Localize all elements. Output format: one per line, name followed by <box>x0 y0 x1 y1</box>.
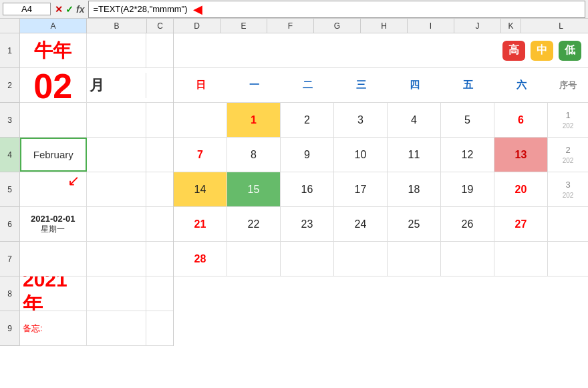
col-header-l[interactable]: L <box>521 19 588 33</box>
row-num-4: 4 <box>0 138 19 172</box>
cell-c1[interactable] <box>146 33 173 67</box>
day-5[interactable]: 5 <box>441 103 494 137</box>
day-19[interactable]: 19 <box>441 172 494 206</box>
row-3 <box>20 103 173 138</box>
cell-c2[interactable] <box>146 83 173 88</box>
cancel-icon[interactable]: ✕ <box>55 4 63 15</box>
day-header-fri: 五 <box>441 79 494 91</box>
day-empty-5-7 <box>494 242 548 276</box>
cell-b1[interactable] <box>87 33 147 67</box>
cell-a1[interactable]: 牛年 <box>20 33 87 67</box>
day-10[interactable]: 10 <box>334 138 388 172</box>
cell-b7[interactable] <box>87 242 147 276</box>
day-25[interactable]: 25 <box>388 207 441 241</box>
col-header-d[interactable]: D <box>174 19 220 33</box>
day-7[interactable]: 7 <box>174 138 227 172</box>
cell-a8[interactable]: 2021年 <box>20 276 87 311</box>
cell-b2[interactable]: 月 <box>87 73 147 98</box>
main-grid: 1 2 3 4 5 6 7 8 9 牛年 02 月 <box>0 33 588 346</box>
col-header-e[interactable]: E <box>220 19 267 33</box>
day-9[interactable]: 9 <box>281 138 334 172</box>
cell-a2[interactable]: 02 <box>20 66 87 105</box>
col-header-f[interactable]: F <box>267 19 314 33</box>
day-24[interactable]: 24 <box>334 207 388 241</box>
badge-low[interactable]: 低 <box>559 41 581 61</box>
day-22[interactable]: 22 <box>227 207 281 241</box>
day-28[interactable]: 28 <box>174 242 227 276</box>
day-8[interactable]: 8 <box>227 138 281 172</box>
row-num-2: 2 <box>0 68 19 103</box>
day-11[interactable]: 11 <box>388 138 441 172</box>
cell-b5[interactable] <box>87 172 147 206</box>
day-21[interactable]: 21 <box>174 207 227 241</box>
row-8: 2021年 <box>20 276 173 311</box>
day-6[interactable]: 6 <box>494 103 548 137</box>
day-17[interactable]: 17 <box>334 172 388 206</box>
cell-a9[interactable]: 备忘: <box>20 311 87 345</box>
cell-c3[interactable] <box>146 103 173 137</box>
cell-a7[interactable] <box>20 242 87 276</box>
row-2: 02 月 <box>20 68 173 103</box>
cell-b4[interactable] <box>87 138 147 172</box>
day-16[interactable]: 16 <box>281 172 334 206</box>
day-18[interactable]: 18 <box>388 172 441 206</box>
cell-b9[interactable] <box>87 311 147 345</box>
badge-high[interactable]: 高 <box>502 41 525 61</box>
cell-a4-february[interactable]: February ◀ <box>20 138 87 172</box>
cell-b8[interactable] <box>87 276 147 311</box>
day-header-sat: 六 <box>494 79 548 91</box>
cell-a3[interactable] <box>20 103 87 137</box>
week-3: 14 15 16 17 18 19 20 3202 <box>174 172 588 207</box>
badge-mid[interactable]: 中 <box>531 41 553 61</box>
seq-1: 1202 <box>548 110 588 130</box>
cell-c6[interactable] <box>146 207 173 241</box>
cell-c4[interactable] <box>146 138 173 172</box>
day-26[interactable]: 26 <box>441 207 494 241</box>
february-text: February <box>33 149 74 160</box>
col-header-j[interactable]: J <box>454 19 501 33</box>
row-num-8: 8 <box>0 276 19 311</box>
col-header-i[interactable]: I <box>408 19 454 33</box>
day-14[interactable]: 14 <box>174 172 227 206</box>
col-header-g[interactable]: G <box>314 19 361 33</box>
cell-b6[interactable] <box>87 207 147 241</box>
name-box[interactable]: A4 <box>3 3 51 15</box>
day-3[interactable]: 3 <box>334 103 388 137</box>
column-headers: A B C D E F G H I J K L <box>0 19 588 33</box>
cell-c5[interactable] <box>146 172 173 206</box>
cell-c7[interactable] <box>146 242 173 276</box>
day-4[interactable]: 4 <box>388 103 441 137</box>
day-13[interactable]: 13 <box>494 138 548 172</box>
confirm-icon[interactable]: ✓ <box>65 4 74 15</box>
nian-label: 牛年 <box>34 38 71 63</box>
col-header-h[interactable]: H <box>361 19 408 33</box>
day-1[interactable]: 1 <box>227 103 281 137</box>
row-9: 备忘: <box>20 311 173 346</box>
day-27[interactable]: 27 <box>494 207 548 241</box>
day-23[interactable]: 23 <box>281 207 334 241</box>
formula-arrow-icon: ◀ <box>193 2 202 17</box>
cell-b3[interactable] <box>87 103 147 137</box>
left-panel: 牛年 02 月 February ◀ <box>20 33 174 346</box>
red-arrow-down: ↙ <box>67 172 80 190</box>
cell-a5[interactable]: ↙ <box>20 172 87 206</box>
cell-c9[interactable] <box>146 311 173 345</box>
formula-text: =TEXT(A2*28,"mmmm") <box>93 4 187 14</box>
function-icon[interactable]: fx <box>76 4 84 15</box>
day-12[interactable]: 12 <box>441 138 494 172</box>
row-num-9: 9 <box>0 311 19 346</box>
day-2[interactable]: 2 <box>281 103 334 137</box>
day-header-tue: 二 <box>281 79 334 91</box>
cell-a6[interactable]: 2021-02-01 星期一 <box>20 207 87 241</box>
col-header-k[interactable]: K <box>501 19 521 33</box>
seq-3: 3202 <box>548 180 588 200</box>
cell-c8[interactable] <box>146 276 173 311</box>
col-header-a[interactable]: A <box>20 19 87 33</box>
day-20[interactable]: 20 <box>494 172 548 206</box>
day-empty-5-5 <box>388 242 441 276</box>
day-15[interactable]: 15 <box>227 172 281 206</box>
beizhu-label: 备忘: <box>23 323 43 335</box>
col-header-b[interactable]: B <box>87 19 147 33</box>
formula-bar-container: A4 ✕ ✓ fx =TEXT(A2*28,"mmmm") ◀ <box>0 0 588 19</box>
col-header-c[interactable]: C <box>147 19 174 33</box>
